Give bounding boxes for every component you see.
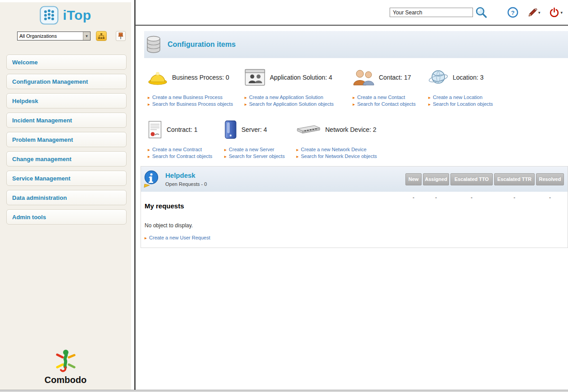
svg-text:?: ? bbox=[511, 9, 514, 16]
helpdesk-header: Helpdesk Open Requests - 0 New Assigned … bbox=[141, 167, 568, 192]
sidebar-item-data-administration[interactable]: Data administration bbox=[6, 190, 127, 205]
panel-title: Configuration items bbox=[168, 41, 236, 49]
config-group-business-process: Business Process: 0 ▸ Create a new Busin… bbox=[148, 66, 245, 107]
search-location-link[interactable]: ▸ Search for Location objects bbox=[428, 101, 568, 107]
combodo-gecko-icon bbox=[51, 349, 80, 375]
search-server-link[interactable]: ▸ Search for Server objects bbox=[224, 153, 296, 159]
config-group-network-device: Network Device: 2 ▸ Create a new Network… bbox=[296, 118, 568, 159]
link-label: Search for Contract objects bbox=[152, 153, 212, 159]
sidebar-item-configuration-management[interactable]: Configuration Management bbox=[6, 74, 127, 89]
search-application-solution-link[interactable]: ▸ Search for Application Solution object… bbox=[245, 101, 353, 107]
link-label: Create a new Location bbox=[433, 95, 482, 100]
hardhat-icon bbox=[148, 69, 168, 86]
status-count-escalated-tto: - bbox=[450, 193, 493, 202]
sidebar-item-label: Service Management bbox=[12, 175, 70, 182]
configuration-items-panel: Configuration items Business Process: 0 … bbox=[144, 31, 568, 159]
bullet-icon: ▸ bbox=[148, 154, 150, 159]
create-server-link[interactable]: ▸ Create a new Server bbox=[224, 147, 296, 152]
link-label: Search for Server objects bbox=[229, 153, 285, 159]
sidebar-item-incident-management[interactable]: Incident Management bbox=[6, 113, 127, 128]
class-count-label: Business Process: 0 bbox=[172, 74, 229, 81]
status-column-label: New bbox=[409, 176, 419, 182]
status-column-label: Escalated TTR bbox=[497, 176, 532, 182]
contacts-icon bbox=[353, 69, 374, 86]
sidebar-item-label: Change management bbox=[12, 156, 71, 162]
configuration-items-header: Configuration items bbox=[144, 31, 568, 58]
main-content: ? ▾ ▾ Config bbox=[136, 0, 568, 390]
status-count-assigned: - bbox=[423, 193, 449, 202]
config-group-contract: Contract: 1 ▸ Create a new Contract ▸ Se… bbox=[148, 118, 224, 159]
link-label: Search for Location objects bbox=[433, 101, 493, 107]
organization-apply-button[interactable] bbox=[96, 31, 107, 41]
status-columns: New Assigned Escalated TTO Escalated TTR… bbox=[405, 173, 564, 185]
search-contact-link[interactable]: ▸ Search for Contact objects bbox=[353, 101, 428, 107]
organization-select-value: All Organizations bbox=[18, 33, 83, 39]
link-label: Create a new Contract bbox=[152, 147, 202, 152]
bullet-icon: ▸ bbox=[148, 102, 150, 107]
bullet-icon: ▸ bbox=[428, 95, 431, 100]
sidebar-item-service-management[interactable]: Service Management bbox=[6, 171, 127, 186]
create-location-link[interactable]: ▸ Create a new Location bbox=[428, 95, 568, 100]
sidebar-item-helpdesk[interactable]: Helpdesk bbox=[6, 93, 127, 108]
sidebar-item-admin-tools[interactable]: Admin tools bbox=[6, 209, 127, 225]
bullet-icon: ▸ bbox=[296, 154, 299, 159]
combodo-logo-text: Combodo bbox=[0, 375, 131, 385]
search-icon[interactable] bbox=[475, 6, 487, 19]
panel-title: Helpdesk bbox=[165, 171, 207, 179]
bullet-icon: ▸ bbox=[145, 235, 147, 240]
create-contact-link[interactable]: ▸ Create a new Contact bbox=[353, 95, 428, 100]
status-column-escalated-tto[interactable]: Escalated TTO bbox=[450, 173, 493, 185]
helpdesk-panel: Helpdesk Open Requests - 0 New Assigned … bbox=[141, 166, 568, 248]
pin-button[interactable] bbox=[116, 31, 126, 41]
sidebar-item-label: Configuration Management bbox=[12, 78, 88, 85]
sidebar-item-welcome[interactable]: Welcome bbox=[6, 54, 127, 70]
create-business-process-link[interactable]: ▸ Create a new Business Process bbox=[148, 95, 245, 100]
status-column-new[interactable]: New bbox=[405, 173, 422, 185]
class-count-label: Contact: 17 bbox=[379, 74, 411, 81]
organization-filter-row: All Organizations ▼ bbox=[0, 30, 131, 42]
status-column-assigned[interactable]: Assigned bbox=[423, 173, 449, 185]
status-column-label: Resolved bbox=[539, 176, 561, 182]
bottom-border bbox=[0, 390, 568, 392]
helpdesk-titles: Helpdesk Open Requests - 0 bbox=[165, 171, 207, 187]
logoff-menu[interactable]: ▾ bbox=[549, 7, 563, 18]
status-column-escalated-ttr[interactable]: Escalated TTR bbox=[494, 173, 535, 185]
class-count-label: Server: 4 bbox=[241, 126, 267, 133]
create-contract-link[interactable]: ▸ Create a new Contract bbox=[148, 147, 224, 152]
combodo-logo: Combodo bbox=[0, 349, 131, 385]
status-count-new: - bbox=[405, 193, 422, 202]
class-count-label: Contract: 1 bbox=[167, 126, 197, 133]
sidebar-item-problem-management[interactable]: Problem Management bbox=[6, 132, 127, 147]
pencil-icon bbox=[527, 8, 537, 18]
sidebar-menu: Welcome Configuration Management Helpdes… bbox=[0, 54, 131, 225]
sidebar-item-label: Problem Management bbox=[12, 136, 73, 143]
my-requests-title: My requests bbox=[145, 202, 568, 210]
help-icon[interactable]: ? bbox=[507, 7, 518, 18]
create-network-device-link[interactable]: ▸ Create a new Network Device bbox=[296, 147, 568, 152]
link-label: Search for Network Device objects bbox=[301, 153, 377, 159]
class-count-label: Application Solution: 4 bbox=[270, 74, 332, 81]
status-count-escalated-ttr: - bbox=[494, 193, 535, 202]
config-group-location: Location: 3 ▸ Create a new Location ▸ Se… bbox=[428, 66, 568, 107]
network-device-icon bbox=[296, 124, 321, 135]
sidebar: iTop All Organizations ▼ Welcome bbox=[0, 0, 131, 390]
config-row-1: Business Process: 0 ▸ Create a new Busin… bbox=[144, 66, 568, 107]
edit-menu[interactable]: ▾ bbox=[527, 8, 541, 18]
bullet-icon: ▸ bbox=[245, 95, 247, 100]
create-application-solution-link[interactable]: ▸ Create a new Application Solution bbox=[245, 95, 353, 100]
search-input[interactable] bbox=[390, 8, 473, 17]
pin-icon bbox=[118, 32, 123, 40]
organization-select[interactable]: All Organizations ▼ bbox=[17, 32, 91, 41]
bullet-icon: ▸ bbox=[224, 154, 227, 159]
sidebar-item-change-management[interactable]: Change management bbox=[6, 151, 127, 167]
sitemap-icon bbox=[98, 33, 105, 39]
config-row-2: Contract: 1 ▸ Create a new Contract ▸ Se… bbox=[144, 118, 568, 159]
config-group-contact: Contact: 17 ▸ Create a new Contact ▸ Sea… bbox=[353, 66, 428, 107]
sidebar-item-label: Incident Management bbox=[12, 117, 72, 124]
search-contract-link[interactable]: ▸ Search for Contract objects bbox=[148, 153, 224, 159]
create-user-request-link[interactable]: ▸ Create a new User Request bbox=[145, 235, 568, 240]
search-network-device-link[interactable]: ▸ Search for Network Device objects bbox=[296, 153, 568, 159]
contract-icon bbox=[148, 121, 162, 139]
search-business-process-link[interactable]: ▸ Search for Business Process objects bbox=[148, 101, 245, 107]
status-column-resolved[interactable]: Resolved bbox=[536, 173, 564, 185]
